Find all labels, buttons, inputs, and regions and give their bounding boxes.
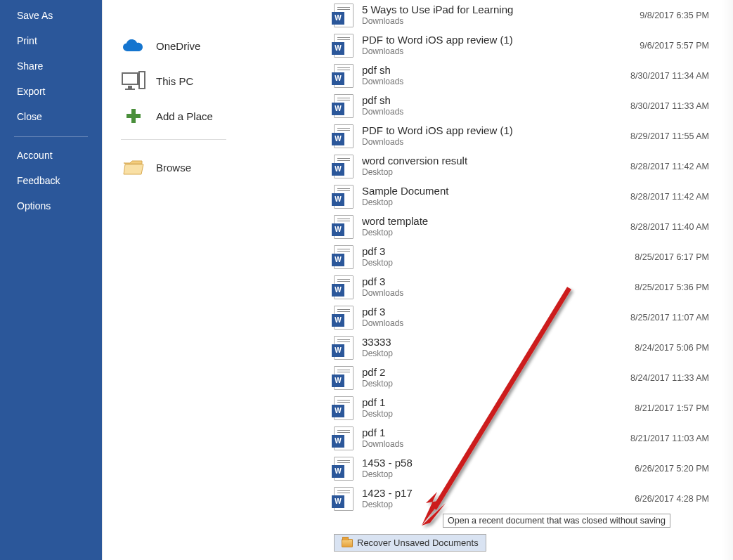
sidebar-item-share[interactable]: Share — [0, 53, 102, 79]
file-date: 8/25/2017 6:17 PM — [635, 252, 726, 262]
file-location: Downloads — [362, 288, 635, 298]
file-info: pdf 3Downloads — [362, 275, 635, 298]
file-name: 1453 - p58 — [362, 457, 635, 469]
file-info: pdf 1Desktop — [362, 396, 635, 419]
recent-file-row[interactable]: W5 Ways to Use iPad for LearningDownload… — [334, 0, 726, 30]
file-location: Desktop — [362, 197, 630, 207]
recent-file-row[interactable]: W33333Desktop8/24/2017 5:06 PM — [334, 332, 726, 363]
file-date: 8/21/2017 1:57 PM — [635, 403, 726, 413]
word-doc-icon: W — [334, 185, 353, 209]
file-date: 8/25/2017 5:36 PM — [635, 282, 726, 292]
file-name: 5 Ways to Use iPad for Learning — [362, 4, 640, 16]
file-location: Desktop — [362, 379, 630, 389]
file-info: pdf 2Desktop — [362, 366, 630, 389]
file-date: 8/29/2017 11:55 AM — [630, 131, 726, 141]
right-shadow — [722, 0, 733, 560]
word-doc-icon: W — [334, 487, 353, 511]
recover-tooltip: Open a recent document that was closed w… — [443, 514, 670, 528]
word-doc-icon: W — [334, 4, 353, 27]
word-doc-icon: W — [334, 457, 353, 481]
sidebar-item-feedback[interactable]: Feedback — [0, 168, 102, 193]
recent-file-row[interactable]: WSample DocumentDesktop8/28/2017 11:42 A… — [334, 181, 726, 211]
file-name: 1423 - p17 — [362, 487, 635, 500]
place-browse[interactable]: Browse — [121, 150, 303, 185]
recent-file-row[interactable]: Wpdf 3Downloads8/25/2017 5:36 PM — [334, 272, 726, 302]
word-doc-icon: W — [334, 215, 353, 239]
word-doc-icon: W — [334, 426, 353, 450]
file-date: 9/8/2017 6:35 PM — [640, 11, 726, 20]
sidebar-item-print[interactable]: Print — [0, 28, 102, 53]
file-date: 6/26/2017 5:20 PM — [635, 464, 726, 474]
sidebar-item-account[interactable]: Account — [0, 143, 102, 168]
recent-file-row[interactable]: Wpdf 3Downloads8/25/2017 11:07 AM — [334, 302, 726, 332]
recover-unsaved-button[interactable]: Recover Unsaved Documents — [334, 534, 486, 552]
file-location: Desktop — [362, 500, 635, 509]
file-location: Downloads — [362, 107, 630, 117]
svg-rect-5 — [127, 114, 141, 118]
file-date: 8/24/2017 11:33 AM — [630, 373, 726, 383]
file-name: pdf 2 — [362, 366, 630, 379]
file-name: word template — [362, 215, 630, 228]
file-name: PDF to Word iOS app review (1) — [362, 34, 640, 46]
file-date: 8/30/2017 11:33 AM — [630, 101, 726, 111]
file-location: Desktop — [362, 167, 630, 177]
word-doc-icon: W — [334, 34, 353, 58]
file-location: Downloads — [362, 16, 640, 26]
word-doc-icon: W — [334, 94, 353, 118]
file-location: Desktop — [362, 258, 635, 268]
word-doc-icon: W — [334, 245, 353, 269]
recent-file-row[interactable]: Wword conversion resultDesktop8/28/2017 … — [334, 151, 726, 181]
pc-icon — [121, 68, 146, 93]
file-location: Desktop — [362, 349, 635, 358]
recent-files-panel: W5 Ways to Use iPad for LearningDownload… — [321, 0, 733, 560]
recent-file-row[interactable]: Wpdf 3Desktop8/25/2017 6:17 PM — [334, 242, 726, 272]
file-date: 8/28/2017 11:42 AM — [630, 192, 726, 202]
word-doc-icon: W — [334, 396, 353, 420]
recover-label: Recover Unsaved Documents — [357, 538, 479, 548]
file-location: Desktop — [362, 228, 630, 237]
recent-file-row[interactable]: W1453 - p58Desktop6/26/2017 5:20 PM — [334, 453, 726, 483]
recent-file-row[interactable]: Wpdf 1Downloads8/21/2017 11:03 AM — [334, 423, 726, 453]
file-date: 8/28/2017 11:40 AM — [630, 222, 726, 232]
file-date: 8/30/2017 11:34 AM — [630, 71, 726, 81]
recent-file-row[interactable]: W1423 - p17Desktop6/26/2017 4:28 PM — [334, 483, 726, 514]
recent-file-row[interactable]: Wpdf shDownloads8/30/2017 11:34 AM — [334, 60, 726, 91]
plus-icon — [121, 103, 146, 129]
recent-file-row[interactable]: WPDF to Word iOS app review (1)Downloads… — [334, 30, 726, 60]
sidebar-item-export[interactable]: Export — [0, 79, 102, 104]
place-add[interactable]: Add a Place — [121, 98, 303, 134]
word-doc-icon: W — [334, 275, 353, 299]
recent-file-row[interactable]: Wword templateDesktop8/28/2017 11:40 AM — [334, 211, 726, 242]
recent-file-row[interactable]: Wpdf 1Desktop8/21/2017 1:57 PM — [334, 393, 726, 423]
file-info: pdf shDownloads — [362, 64, 630, 86]
file-name: pdf sh — [362, 64, 630, 77]
file-location: Downloads — [362, 439, 630, 449]
file-date: 8/28/2017 11:42 AM — [630, 162, 726, 171]
places-separator — [121, 139, 226, 140]
file-date: 8/25/2017 11:07 AM — [630, 313, 726, 323]
file-name: 33333 — [362, 336, 635, 349]
file-info: pdf 3Desktop — [362, 245, 635, 268]
sidebar-item-save-as[interactable]: Save As — [0, 3, 102, 28]
recent-file-row[interactable]: Wpdf 2Desktop8/24/2017 11:33 AM — [334, 363, 726, 393]
place-onedrive[interactable]: OneDrive — [121, 28, 303, 63]
recover-area: Recover Unsaved Documents — [321, 526, 726, 560]
file-date: 8/24/2017 5:06 PM — [635, 343, 726, 353]
recent-file-row[interactable]: WPDF to Word iOS app review (1)Downloads… — [334, 121, 726, 151]
file-info: word conversion resultDesktop — [362, 155, 630, 177]
place-label: Browse — [156, 162, 191, 174]
place-label: Add a Place — [156, 110, 213, 122]
file-info: Sample DocumentDesktop — [362, 185, 630, 207]
sidebar-item-close[interactable]: Close — [0, 104, 102, 129]
recent-file-row[interactable]: Wpdf shDownloads8/30/2017 11:33 AM — [334, 91, 726, 121]
sidebar-item-options[interactable]: Options — [0, 193, 102, 219]
file-location: Desktop — [362, 469, 635, 479]
word-doc-icon: W — [334, 306, 353, 330]
file-name: pdf 3 — [362, 275, 635, 288]
file-info: PDF to Word iOS app review (1)Downloads — [362, 34, 640, 56]
word-doc-icon: W — [334, 336, 353, 360]
place-thispc[interactable]: This PC — [121, 63, 303, 98]
file-info: PDF to Word iOS app review (1)Downloads — [362, 124, 630, 147]
svg-rect-0 — [122, 73, 138, 84]
svg-rect-2 — [128, 86, 132, 89]
